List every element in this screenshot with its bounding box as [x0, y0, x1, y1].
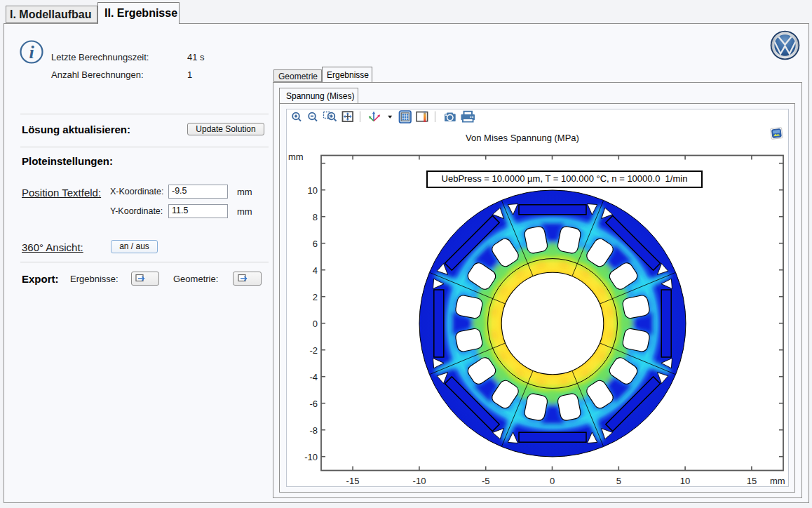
svg-text:i: i: [29, 42, 34, 62]
